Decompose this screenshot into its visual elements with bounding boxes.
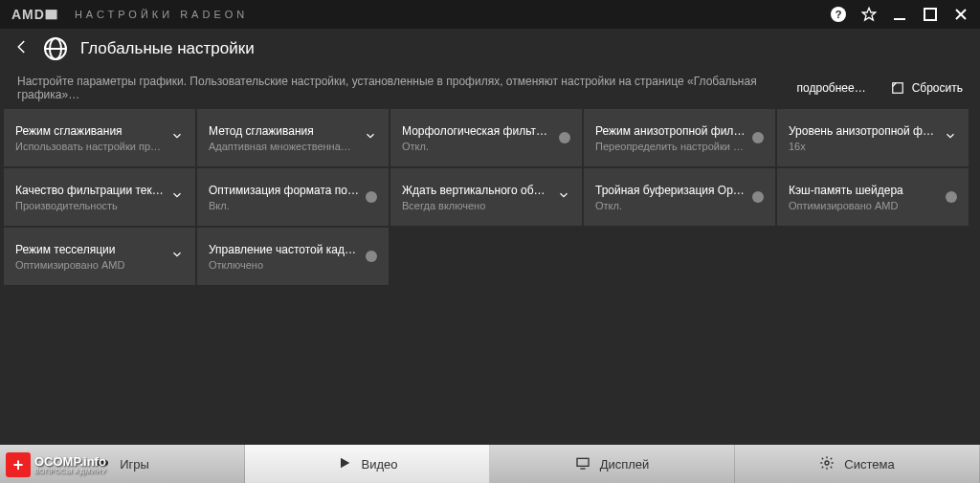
footer-tabs: ИгрыВидеоДисплейСистема — [0, 445, 980, 483]
tab-display[interactable]: Дисплей — [490, 445, 735, 483]
toggle-indicator[interactable] — [559, 132, 570, 143]
setting-card[interactable]: Тройная буферизация Open… Откл. — [584, 168, 775, 226]
card-value: Отключено — [209, 259, 360, 271]
card-value: Использовать настройки пр… — [15, 141, 165, 152]
watermark-badge: + — [6, 452, 31, 477]
settings-grid: Режим сглаживания Использовать настройки… — [0, 107, 980, 287]
toggle-indicator[interactable] — [366, 191, 377, 203]
card-value: Всегда включено — [402, 200, 551, 211]
chevron-down-icon — [364, 129, 377, 146]
card-title: Режим сглаживания — [15, 124, 165, 138]
setting-card[interactable]: Ждать вертикального обно… Всегда включен… — [390, 168, 582, 226]
card-value: Адаптивная множественна… — [209, 141, 358, 152]
chevron-down-icon — [944, 129, 957, 146]
more-link[interactable]: подробнее… — [797, 81, 866, 95]
watermark-sub: ВОПРОСЫ АДМИНУ — [34, 468, 106, 474]
page-title: Глобальные настройки — [80, 39, 255, 58]
favorite-icon[interactable] — [861, 7, 877, 22]
chevron-down-icon — [170, 188, 184, 206]
card-value: Переопределить настройки … — [595, 141, 746, 152]
svg-marker-0 — [862, 8, 875, 20]
setting-card[interactable]: Управление частотой кадров Отключено — [197, 228, 389, 285]
card-title: Метод сглаживания — [209, 124, 358, 138]
chevron-down-icon — [557, 188, 570, 206]
gear-icon — [819, 455, 835, 473]
card-title: Оптимизация формата пове… — [209, 184, 360, 197]
help-icon[interactable]: ? — [831, 7, 846, 22]
display-icon — [575, 455, 590, 473]
card-title: Уровень анизотропной фил… — [789, 124, 938, 138]
info-bar: Настройте параметры графики. Пользовател… — [0, 69, 980, 107]
tab-play[interactable]: Видео — [245, 445, 490, 483]
setting-card[interactable]: Кэш-память шейдера Оптимизировано AMD — [777, 168, 969, 226]
titlebar: AMD⯀ НАСТРОЙКИ RADEON ? — [0, 0, 980, 29]
toggle-indicator[interactable] — [946, 191, 957, 203]
card-title: Режим анизотропной фильт… — [595, 124, 746, 138]
toggle-indicator[interactable] — [752, 132, 764, 143]
card-title: Кэш-память шейдера — [789, 184, 940, 197]
watermark-main: OCOMP.info — [34, 455, 106, 468]
maximize-icon[interactable] — [923, 7, 938, 22]
setting-card[interactable]: Режим анизотропной фильт… Переопределить… — [584, 109, 775, 166]
chevron-down-icon — [170, 248, 184, 265]
card-value: Откл. — [402, 141, 553, 152]
card-value: Оптимизировано AMD — [15, 259, 165, 271]
tab-label: Дисплей — [600, 457, 650, 472]
setting-card[interactable]: Метод сглаживания Адаптивная множественн… — [197, 109, 389, 166]
tab-label: Видео — [362, 457, 398, 472]
svg-marker-9 — [341, 457, 349, 468]
card-value: 16x — [789, 141, 938, 152]
setting-card[interactable]: Качество фильтрации текстур Производител… — [4, 168, 195, 226]
card-value: Вкл. — [209, 200, 360, 211]
tab-label: Система — [844, 457, 894, 472]
watermark: + OCOMP.info ВОПРОСЫ АДМИНУ — [6, 452, 106, 477]
tab-gear[interactable]: Система — [735, 445, 980, 483]
brand-logo: AMD⯀ НАСТРОЙКИ RADEON — [11, 7, 248, 22]
play-icon — [337, 455, 352, 473]
app-title: НАСТРОЙКИ RADEON — [75, 9, 248, 20]
toggle-indicator[interactable] — [366, 251, 377, 262]
info-text: Настройте параметры графики. Пользовател… — [17, 75, 797, 101]
chevron-down-icon — [170, 129, 184, 146]
card-title: Тройная буферизация Open… — [595, 184, 746, 197]
card-title: Морфологическая фильтра… — [402, 124, 553, 138]
amd-logo: AMD⯀ — [11, 7, 59, 22]
card-value: Производительность — [15, 200, 165, 211]
setting-card[interactable]: Уровень анизотропной фил… 16x — [777, 109, 969, 166]
close-icon[interactable] — [953, 7, 969, 22]
svg-rect-10 — [577, 458, 589, 466]
card-title: Управление частотой кадров — [209, 243, 360, 256]
back-button[interactable] — [13, 38, 31, 59]
svg-rect-1 — [894, 18, 905, 20]
reset-button[interactable]: Сбросить — [891, 81, 963, 95]
card-value: Оптимизировано AMD — [789, 200, 940, 211]
toggle-indicator[interactable] — [752, 191, 764, 203]
setting-card[interactable]: Режим тесселяции Оптимизировано AMD — [4, 228, 195, 285]
card-value: Откл. — [595, 200, 746, 211]
svg-point-12 — [825, 461, 829, 465]
setting-card[interactable]: Оптимизация формата пове… Вкл. — [197, 168, 389, 226]
setting-card[interactable]: Морфологическая фильтра… Откл. — [390, 109, 582, 166]
card-title: Режим тесселяции — [15, 243, 165, 256]
card-title: Ждать вертикального обно… — [402, 184, 551, 197]
svg-rect-2 — [924, 9, 936, 20]
reset-label: Сбросить — [912, 81, 963, 95]
minimize-icon[interactable] — [892, 7, 907, 22]
setting-card[interactable]: Режим сглаживания Использовать настройки… — [4, 109, 195, 166]
tab-label: Игры — [120, 457, 149, 472]
globe-icon — [44, 37, 67, 60]
card-title: Качество фильтрации текстур — [15, 184, 165, 197]
page-header: Глобальные настройки — [0, 29, 980, 69]
